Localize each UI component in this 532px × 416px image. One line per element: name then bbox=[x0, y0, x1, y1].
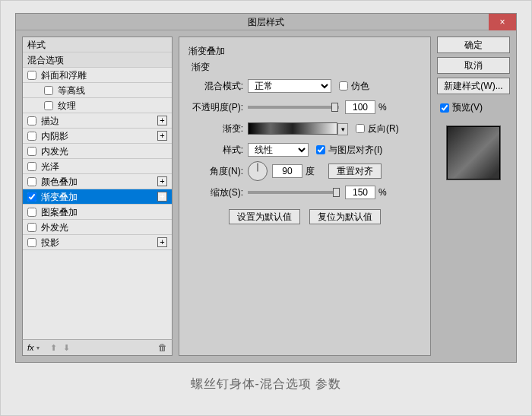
sidebar-footer: fx ▾ ⬆ ⬇ 🗑 bbox=[22, 339, 173, 356]
add-icon[interactable]: + bbox=[157, 131, 167, 141]
sidebar-item[interactable]: 颜色叠加+ bbox=[23, 174, 172, 189]
opacity-value[interactable]: 100 bbox=[345, 100, 375, 114]
dialog-title: 图层样式 bbox=[248, 17, 284, 27]
sidebar-item-label: 投影 bbox=[41, 235, 59, 250]
sidebar-item[interactable]: 样式 bbox=[23, 37, 172, 52]
style-checkbox[interactable] bbox=[44, 86, 53, 95]
slider-thumb[interactable] bbox=[331, 103, 338, 112]
sidebar-item-label: 渐变叠加 bbox=[41, 189, 78, 205]
scale-slider[interactable] bbox=[248, 191, 339, 194]
row-blend-mode: 混合模式: 正常 仿色 bbox=[188, 78, 421, 94]
row-scale: 缩放(S): 150 % bbox=[188, 185, 421, 200]
dither-checkbox[interactable]: 仿色 bbox=[339, 80, 369, 93]
move-up-icon[interactable]: ⬆ bbox=[50, 343, 57, 353]
sidebar-item[interactable]: 外发光 bbox=[23, 220, 172, 235]
sidebar-item-label: 外发光 bbox=[41, 220, 68, 235]
label-style: 样式: bbox=[188, 144, 248, 157]
default-buttons: 设置为默认值 复位为默认值 bbox=[188, 209, 421, 224]
row-angle: 角度(N): 90 度 重置对齐 bbox=[188, 164, 421, 179]
trash-icon[interactable]: 🗑 bbox=[158, 342, 167, 353]
sidebar-item-label: 光泽 bbox=[41, 159, 59, 174]
fx-label: fx bbox=[27, 343, 34, 352]
gradient-dropdown-icon[interactable]: ▾ bbox=[337, 123, 348, 135]
add-icon[interactable]: + bbox=[157, 192, 167, 202]
move-down-icon[interactable]: ⬇ bbox=[63, 343, 70, 353]
sidebar-item-label: 等高线 bbox=[58, 83, 85, 98]
style-checkbox[interactable] bbox=[27, 177, 36, 186]
new-style-button[interactable]: 新建样式(W)... bbox=[437, 78, 510, 94]
sidebar-item-label: 内发光 bbox=[41, 144, 68, 159]
sidebar-item-label: 内阴影 bbox=[41, 129, 68, 144]
row-gradient: 渐变: ▾ 反向(R) bbox=[188, 121, 421, 136]
sidebar-item-label: 描边 bbox=[41, 113, 59, 129]
panel-title: 渐变叠加 bbox=[188, 45, 421, 58]
reset-default-button[interactable]: 复位为默认值 bbox=[309, 209, 381, 224]
set-default-button[interactable]: 设置为默认值 bbox=[229, 209, 300, 224]
reverse-checkbox[interactable]: 反向(R) bbox=[356, 122, 399, 135]
angle-value[interactable]: 90 bbox=[272, 164, 302, 178]
style-checkbox[interactable] bbox=[27, 116, 36, 125]
opacity-slider[interactable] bbox=[248, 106, 339, 109]
unit-percent: % bbox=[378, 102, 387, 113]
unit-degree: 度 bbox=[306, 165, 315, 178]
sidebar-item-label: 斜面和浮雕 bbox=[41, 68, 87, 83]
close-icon: × bbox=[499, 17, 505, 27]
label-gradient: 渐变: bbox=[188, 122, 248, 135]
sidebar-item[interactable]: 纹理 bbox=[23, 98, 172, 113]
reset-align-button[interactable]: 重置对齐 bbox=[328, 164, 382, 179]
sidebar-item[interactable]: 图案叠加 bbox=[23, 205, 172, 220]
caption: 螺丝钉身体-混合选项 参数 bbox=[7, 376, 525, 392]
sidebar-item[interactable]: 内阴影+ bbox=[23, 129, 172, 144]
style-checkbox[interactable] bbox=[27, 223, 36, 232]
fx-menu-icon[interactable]: ▾ bbox=[36, 345, 40, 351]
sidebar-item[interactable]: 光泽 bbox=[23, 159, 172, 174]
label-scale: 缩放(S): bbox=[188, 186, 248, 199]
preview-checkbox[interactable]: 预览(V) bbox=[437, 101, 510, 114]
sidebar-item[interactable]: 描边+ bbox=[23, 113, 172, 129]
dialog-body: 样式混合选项斜面和浮雕等高线纹理描边+内阴影+内发光光泽颜色叠加+渐变叠加+图案… bbox=[16, 30, 516, 362]
sidebar-item[interactable]: 斜面和浮雕 bbox=[23, 68, 172, 83]
style-checkbox[interactable] bbox=[27, 132, 36, 141]
style-checkbox[interactable] bbox=[27, 71, 36, 80]
right-panel: 确定 取消 新建样式(W)... 预览(V) bbox=[437, 37, 510, 356]
panel-subtitle: 渐变 bbox=[192, 61, 421, 74]
label-angle: 角度(N): bbox=[188, 165, 248, 178]
style-checkbox[interactable] bbox=[44, 101, 53, 110]
style-checkbox[interactable] bbox=[27, 192, 36, 202]
sidebar-item[interactable]: 内发光 bbox=[23, 144, 172, 159]
sidebar-item[interactable]: 混合选项 bbox=[23, 52, 172, 68]
gradient-preview[interactable]: ▾ bbox=[248, 122, 337, 135]
preview-swatch bbox=[446, 125, 501, 180]
slider-thumb[interactable] bbox=[333, 188, 340, 197]
sidebar: 样式混合选项斜面和浮雕等高线纹理描边+内阴影+内发光光泽颜色叠加+渐变叠加+图案… bbox=[22, 37, 173, 356]
sidebar-item[interactable]: 等高线 bbox=[23, 83, 172, 98]
sidebar-item-label: 颜色叠加 bbox=[41, 174, 78, 189]
add-icon[interactable]: + bbox=[157, 176, 167, 186]
sidebar-item[interactable]: 渐变叠加+ bbox=[23, 189, 172, 205]
sidebar-item-label: 图案叠加 bbox=[41, 205, 78, 220]
style-checkbox[interactable] bbox=[27, 208, 36, 217]
align-checkbox[interactable]: 与图层对齐(I) bbox=[316, 144, 382, 157]
sidebar-item[interactable]: 投影+ bbox=[23, 235, 172, 250]
cancel-button[interactable]: 取消 bbox=[437, 57, 510, 74]
style-select[interactable]: 线性 bbox=[248, 143, 309, 157]
sidebar-item-label: 纹理 bbox=[58, 98, 76, 113]
titlebar: 图层样式 × bbox=[16, 14, 516, 30]
unit-percent: % bbox=[378, 187, 387, 198]
label-opacity: 不透明度(P): bbox=[188, 101, 248, 114]
add-icon[interactable]: + bbox=[157, 116, 167, 125]
close-button[interactable]: × bbox=[489, 14, 516, 30]
sidebar-item-label: 样式 bbox=[27, 37, 46, 52]
scale-value[interactable]: 150 bbox=[345, 186, 375, 199]
app-frame: 图层样式 × 样式混合选项斜面和浮雕等高线纹理描边+内阴影+内发光光泽颜色叠加+… bbox=[0, 0, 532, 416]
add-icon[interactable]: + bbox=[157, 237, 167, 247]
sidebar-item-label: 混合选项 bbox=[27, 52, 64, 68]
style-list: 样式混合选项斜面和浮雕等高线纹理描边+内阴影+内发光光泽颜色叠加+渐变叠加+图案… bbox=[22, 37, 173, 340]
style-checkbox[interactable] bbox=[27, 238, 36, 247]
style-checkbox[interactable] bbox=[27, 162, 36, 171]
ok-button[interactable]: 确定 bbox=[437, 37, 510, 53]
blend-mode-select[interactable]: 正常 bbox=[248, 79, 331, 93]
layer-style-dialog: 图层样式 × 样式混合选项斜面和浮雕等高线纹理描边+内阴影+内发光光泽颜色叠加+… bbox=[15, 13, 517, 363]
angle-dial[interactable] bbox=[248, 161, 268, 181]
style-checkbox[interactable] bbox=[27, 147, 36, 156]
